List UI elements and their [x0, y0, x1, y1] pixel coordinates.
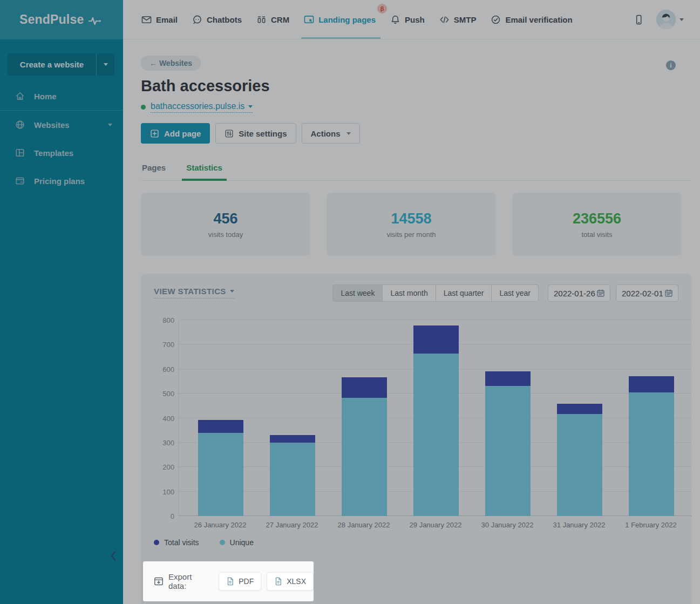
export-pdf-button[interactable]: PDF — [219, 572, 261, 591]
range-last-month[interactable]: Last month — [382, 284, 436, 302]
bar-segment-unique — [629, 392, 674, 516]
sidebar-item-label: Templates — [34, 148, 73, 158]
tab-statistics[interactable]: Statistics — [185, 160, 223, 180]
page-content: ← Websites Bath accessories bathaccessor… — [123, 39, 700, 604]
sendpulse-app: SendPulse Create a website Home Websites — [0, 0, 700, 604]
range-button-group: Last week Last month Last quarter Last y… — [332, 284, 539, 302]
x-axis-label: 31 January 2022 — [543, 521, 615, 529]
date-to-value: 2022-02-01 — [622, 289, 663, 298]
range-last-year[interactable]: Last year — [491, 284, 539, 302]
nav-item-crm[interactable]: CRM — [256, 0, 289, 39]
nav-item-push[interactable]: Push — [390, 0, 425, 39]
globe-icon — [15, 120, 25, 130]
create-website-caret[interactable] — [96, 53, 114, 76]
action-buttons-row: Add page Site settings Actions — [141, 123, 691, 144]
export-data-label: Export data: — [168, 572, 212, 591]
legend-item-unique: Unique — [220, 538, 254, 547]
bar-segment-unique — [270, 443, 315, 516]
export-data-label-group: Export data: — [154, 572, 212, 591]
sidebar-divider — [0, 110, 123, 111]
tab-pages[interactable]: Pages — [141, 160, 167, 180]
x-axis-label: 29 January 2022 — [400, 521, 471, 529]
panel-header: VIEW STATISTICS Last week Last month Las… — [154, 283, 678, 302]
view-statistics-label: VIEW STATISTICS — [154, 287, 226, 296]
sidebar-item-label: Home — [34, 92, 57, 101]
pricing-icon — [15, 176, 25, 186]
nav-item-email[interactable]: Email — [141, 0, 178, 39]
y-axis-tick: 800 — [154, 317, 174, 324]
logo[interactable]: SendPulse — [0, 0, 123, 39]
chevron-down-icon — [248, 105, 253, 108]
nav-item-label: CRM — [271, 15, 289, 24]
chevron-down-icon — [679, 18, 684, 21]
file-icon — [226, 577, 234, 586]
date-to-input[interactable]: 2022-02-01 — [616, 284, 678, 302]
add-page-label: Add page — [164, 129, 201, 138]
domain-link[interactable]: bathaccessories.pulse.is — [151, 101, 253, 113]
status-dot — [141, 105, 146, 110]
x-axis-label: 1 February 2022 — [615, 521, 687, 529]
x-axis-label: 27 January 2022 — [256, 521, 328, 529]
bar-segment-total-visits — [485, 371, 531, 386]
sidebar-item-websites[interactable]: Websites — [0, 114, 123, 135]
legend-label: Unique — [230, 538, 254, 547]
y-axis-tick: 700 — [154, 341, 174, 348]
bar-segment-total-visits — [629, 376, 674, 392]
legend-dot-total-visits — [154, 540, 159, 545]
create-website-button[interactable]: Create a website — [8, 53, 114, 76]
statistics-panel: VIEW STATISTICS Last week Last month Las… — [141, 274, 691, 604]
stat-value: 14558 — [391, 211, 431, 227]
sliders-icon — [225, 129, 234, 138]
bar-segment-total-visits — [342, 377, 387, 398]
y-axis-tick: 400 — [154, 415, 174, 422]
chatbots-icon — [192, 15, 202, 25]
nav-item-label: Push — [405, 15, 425, 24]
date-from-input[interactable]: 2022-01-26 — [548, 284, 610, 302]
export-xlsx-button[interactable]: XLSX — [267, 572, 314, 591]
sidebar-collapse-chevron-icon[interactable] — [109, 551, 118, 561]
x-axis-label: 30 January 2022 — [472, 521, 543, 529]
logo-text: SendPulse — [19, 12, 84, 27]
site-settings-button[interactable]: Site settings — [215, 123, 296, 144]
x-axis-label: 26 January 2022 — [185, 521, 256, 529]
view-statistics-dropdown[interactable]: VIEW STATISTICS — [154, 287, 234, 298]
main-area: ← Websites Bath accessories bathaccessor… — [123, 39, 700, 604]
nav-item-landing-pages[interactable]: Landing pages β — [304, 0, 376, 39]
pulse-icon — [88, 16, 102, 26]
mobile-app-icon[interactable] — [634, 14, 643, 25]
range-last-week[interactable]: Last week — [332, 284, 383, 302]
email-icon — [141, 15, 152, 25]
bar-segment-unique — [342, 398, 387, 516]
date-from-value: 2022-01-26 — [554, 289, 595, 298]
chevron-down-icon — [104, 63, 108, 66]
file-icon — [274, 577, 282, 586]
add-page-button[interactable]: Add page — [141, 123, 210, 144]
actions-button[interactable]: Actions — [302, 123, 360, 144]
sidebar-item-templates[interactable]: Templates — [0, 142, 123, 164]
range-last-quarter[interactable]: Last quarter — [436, 284, 492, 302]
stat-label: visits today — [208, 230, 243, 239]
y-axis-tick: 500 — [154, 390, 174, 397]
bar-segment-total-visits — [413, 325, 459, 354]
nav-item-chatbots[interactable]: Chatbots — [192, 0, 242, 39]
nav-item-email-verification[interactable]: Email verification — [491, 0, 572, 39]
domain-row: bathaccessories.pulse.is — [141, 101, 691, 113]
x-axis-label: 28 January 2022 — [328, 521, 399, 529]
info-icon[interactable] — [666, 60, 676, 70]
date-range: 2022-01-26 2022-02-01 — [548, 284, 678, 302]
visits-chart: 0100200300400500600700800 26 January 202… — [154, 320, 678, 531]
nav-item-label: Chatbots — [207, 15, 242, 24]
export-xlsx-label: XLSX — [287, 577, 306, 586]
chevron-down-icon — [108, 124, 112, 126]
user-menu[interactable] — [656, 10, 684, 29]
bar-segment-total-visits — [198, 420, 243, 433]
sidebar-item-home[interactable]: Home — [0, 85, 123, 107]
sidebar-item-pricing-plans[interactable]: Pricing plans — [0, 170, 123, 192]
legend-dot-unique — [220, 540, 225, 545]
nav-item-label: Email verification — [505, 15, 572, 24]
back-to-websites-link[interactable]: ← Websites — [141, 56, 201, 71]
nav-item-smtp[interactable]: SMTP — [439, 0, 477, 39]
avatar[interactable] — [656, 10, 676, 29]
bar-segment-unique — [413, 354, 459, 516]
download-icon — [154, 576, 164, 586]
